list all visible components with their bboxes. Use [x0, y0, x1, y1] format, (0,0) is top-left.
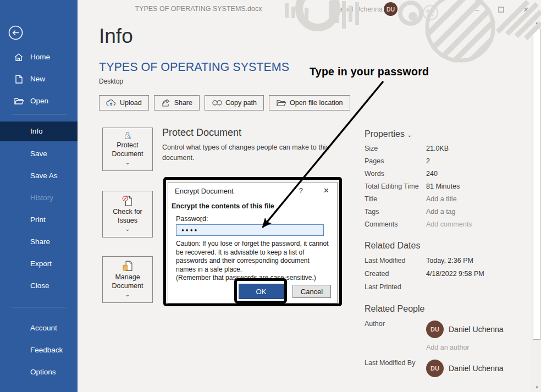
sidebar-item-label: New [30, 69, 45, 89]
caution-text: Caution: If you lose or forget the passw… [176, 240, 329, 274]
sidebar-item-print[interactable]: Print [0, 210, 78, 230]
sidebar-item-export[interactable]: Export [0, 254, 78, 274]
date-value: Today, 2:36 PM [426, 257, 531, 264]
sidebar-item-options[interactable]: Options [0, 362, 78, 382]
sidebar-item-label: Print [30, 210, 46, 230]
sidebar-item-open[interactable]: Open [0, 91, 78, 111]
signed-in-user[interactable]: Daniel Uchenna [334, 5, 383, 13]
vertical-scrollbar[interactable]: ▲ ▼ [532, 18, 541, 392]
button-label: Share [174, 99, 192, 107]
cancel-button[interactable]: Cancel [292, 285, 331, 298]
property-value: 81 Minutes [426, 183, 531, 190]
window-controls: — ✕ [471, 4, 531, 14]
chevron-down-icon: ⌄ [125, 158, 130, 167]
restore-icon [498, 7, 504, 13]
property-label: Title [365, 195, 424, 203]
author-label: Author [365, 320, 424, 328]
sidebar-item-share[interactable]: Share [0, 232, 78, 252]
share-icon [161, 98, 170, 107]
upload-button[interactable]: Upload [99, 95, 149, 111]
user-avatar[interactable]: DU [384, 2, 398, 16]
page-title: Info [99, 25, 133, 48]
new-document-icon [14, 74, 24, 84]
tile-label: Check for Issues [104, 207, 151, 225]
annotation-text: Type in your password [310, 65, 429, 78]
sidebar-item-feedback[interactable]: Feedback [0, 340, 78, 360]
ok-button[interactable]: OK [239, 284, 284, 299]
sidebar-divider [11, 307, 67, 307]
sidebar-item-label: Options [30, 362, 56, 382]
modified-by-person[interactable]: DU Daniel Uchenna [426, 360, 504, 377]
dialog-help-button[interactable]: ? [299, 186, 303, 195]
date-label: Created [365, 270, 424, 278]
backstage-sidebar: Home New Open Info Save Save As History … [0, 0, 78, 392]
back-button[interactable] [8, 25, 23, 40]
restore-button[interactable] [496, 4, 506, 14]
tile-label: Manage Document [104, 273, 151, 290]
property-value: 240 [426, 170, 531, 178]
property-value: 21.0KB [426, 145, 531, 152]
cloud-upload-icon [106, 98, 116, 107]
author-person[interactable]: DU Daniel Uchenna [426, 321, 504, 338]
sidebar-item-label: Close [30, 276, 49, 296]
word-backstage-window: TYPES OF OPERATING SYSTEMS.docx Daniel U… [0, 0, 541, 392]
button-label: Copy path [225, 99, 257, 107]
password-label: Password: [176, 215, 208, 223]
tile-label: Protect Document [104, 141, 151, 158]
sidebar-item-save[interactable]: Save [0, 144, 78, 164]
encrypt-document-dialog: Encrypt Document ? ✕ Encrypt the content… [168, 182, 338, 303]
back-arrow-icon [9, 26, 23, 40]
sidebar-item-label: Share [30, 232, 50, 252]
sidebar-item-label: Save As [30, 166, 58, 186]
scrollbar-thumb[interactable] [533, 29, 540, 340]
home-icon [14, 52, 24, 62]
scroll-down-button[interactable]: ▼ [532, 383, 541, 392]
manage-document-button[interactable]: Manage Document ⌄ [102, 256, 153, 303]
dialog-close-button[interactable]: ✕ [323, 186, 329, 195]
sidebar-item-close[interactable]: Close [0, 276, 78, 296]
document-location: Desktop [99, 78, 123, 85]
chevron-down-icon: ⌄ [125, 290, 130, 299]
manage-document-icon [119, 260, 136, 273]
close-button[interactable]: ✕ [521, 4, 531, 14]
protect-lock-icon [119, 131, 136, 141]
property-label: Tags [365, 208, 424, 216]
properties-header[interactable]: Properties ⌄ [365, 129, 412, 139]
sidebar-item-label: Export [30, 254, 52, 274]
copy-path-button[interactable]: Copy path [205, 95, 264, 111]
scroll-up-button[interactable]: ▲ [532, 18, 541, 27]
sidebar-item-home[interactable]: Home [0, 47, 78, 67]
add-tag-field[interactable]: Add a tag [426, 208, 531, 216]
check-for-issues-button[interactable]: Check for Issues ⌄ [102, 191, 153, 238]
add-title-field[interactable]: Add a title [426, 195, 531, 203]
modified-by-name: Daniel Uchenna [449, 364, 504, 373]
sidebar-item-account[interactable]: Account [0, 318, 78, 338]
add-comments-field[interactable]: Add comments [426, 220, 531, 228]
related-dates-header: Related Dates [365, 241, 420, 251]
sidebar-item-save-as[interactable]: Save As [0, 166, 78, 186]
date-label: Last Modified [365, 257, 424, 264]
sidebar-item-label: Home [30, 47, 50, 67]
file-actions-toolbar: Upload Share Copy path Open file locatio… [99, 95, 350, 111]
sidebar-item-label: Save [30, 144, 47, 164]
share-button[interactable]: Share [154, 95, 200, 111]
password-label-part: d: [202, 215, 208, 223]
date-label: Last Printed [365, 283, 424, 291]
property-label: Comments [365, 220, 424, 228]
check-issues-icon [119, 195, 136, 207]
folder-icon [276, 99, 286, 107]
sidebar-item-info[interactable]: Info [0, 122, 78, 141]
property-label: Total Editing Time [365, 183, 424, 190]
open-file-location-button[interactable]: Open file location [269, 95, 350, 111]
modified-by-label: Last Modified By [365, 359, 436, 367]
open-folder-icon [14, 96, 24, 106]
add-author-field[interactable]: Add an author [426, 344, 470, 351]
dialog-heading: Encrypt the contents of this file [172, 202, 274, 210]
protect-document-button[interactable]: Protect Document ⌄ [102, 128, 153, 171]
sidebar-item-history: History [0, 188, 78, 208]
minimize-button[interactable]: — [471, 4, 481, 14]
link-icon [212, 99, 222, 107]
chevron-down-icon: ⌄ [407, 132, 411, 138]
password-input[interactable] [176, 224, 324, 236]
sidebar-item-new[interactable]: New [0, 69, 78, 89]
